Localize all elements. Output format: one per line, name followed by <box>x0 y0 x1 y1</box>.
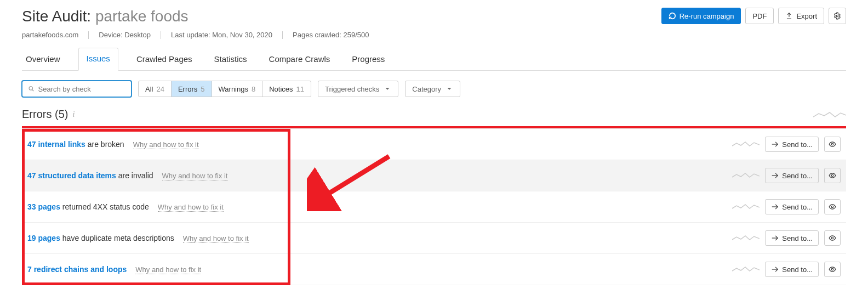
issue-desc: are invalid <box>116 171 153 180</box>
share-icon <box>771 172 779 179</box>
issue-actions: Send to... <box>732 262 841 277</box>
export-label: Export <box>796 12 817 20</box>
page-title: Site Audit: partake foods <box>22 8 189 25</box>
filter-pills: All24Errors5Warnings8Notices11 <box>138 81 311 97</box>
hide-button[interactable] <box>824 168 841 183</box>
eye-icon <box>829 203 836 211</box>
fixit-link[interactable]: Why and how to fix it <box>135 265 201 274</box>
sendto-button[interactable]: Send to... <box>765 168 819 183</box>
svg-point-4 <box>831 174 833 177</box>
svg-point-6 <box>831 237 833 239</box>
issue-link[interactable]: 47 internal links <box>27 140 85 149</box>
search-input[interactable] <box>38 85 125 93</box>
spark-icon <box>732 234 760 242</box>
hide-button[interactable] <box>824 230 841 246</box>
sendto-button[interactable]: Send to... <box>765 137 819 152</box>
tab-statistics[interactable]: Statistics <box>210 48 251 70</box>
meta-pages-crawled: Pages crawled: 259/500 <box>293 31 369 39</box>
info-icon[interactable]: i <box>72 110 75 119</box>
hide-button[interactable] <box>824 262 841 277</box>
issue-row[interactable]: 33 pages returned 4XX status codeWhy and… <box>22 191 846 223</box>
filter-pill-warnings[interactable]: Warnings8 <box>212 81 263 97</box>
hide-button[interactable] <box>824 199 841 214</box>
issue-row[interactable]: 19 pages have duplicate meta description… <box>22 223 846 254</box>
issue-actions: Send to... <box>732 199 841 214</box>
tabs: OverviewIssuesCrawled PagesStatisticsCom… <box>22 48 846 71</box>
spark-icon <box>732 172 760 179</box>
issue-text: 7 redirect chains and loopsWhy and how t… <box>27 265 201 274</box>
tab-compare-crawls[interactable]: Compare Crawls <box>265 48 334 70</box>
issue-text: 33 pages returned 4XX status codeWhy and… <box>27 202 224 212</box>
meta-last-update: Last update: Mon, Nov 30, 2020 <box>171 31 272 39</box>
spark-icon <box>732 140 760 148</box>
issue-desc: have duplicate meta descriptions <box>60 234 174 242</box>
sendto-label: Send to... <box>782 140 813 149</box>
sendto-button[interactable]: Send to... <box>765 230 819 246</box>
issue-link[interactable]: 7 redirect chains and loops <box>27 265 127 274</box>
sendto-label: Send to... <box>782 265 813 274</box>
meta-domain[interactable]: partakefoods.com <box>22 31 78 39</box>
refresh-icon <box>669 12 676 20</box>
section-title-text: Errors (5) <box>22 108 68 121</box>
tab-crawled-pages[interactable]: Crawled Pages <box>133 48 196 70</box>
sendto-button[interactable]: Send to... <box>765 199 819 214</box>
rerun-campaign-button[interactable]: Re-run campaign <box>661 8 741 24</box>
search-input-wrapper[interactable] <box>22 81 132 97</box>
pill-count: 5 <box>201 85 204 93</box>
pdf-button[interactable]: PDF <box>745 8 774 24</box>
share-icon <box>771 265 779 273</box>
issue-row[interactable]: 47 structured data items are invalidWhy … <box>22 160 846 191</box>
fixit-link[interactable]: Why and how to fix it <box>183 234 249 243</box>
triggered-checks-dropdown[interactable]: Triggered checks <box>318 81 398 97</box>
meta-device: Device: Desktop <box>99 31 151 39</box>
filter-pill-errors[interactable]: Errors5 <box>172 81 212 97</box>
export-button[interactable]: Export <box>778 8 824 24</box>
spark-icon <box>813 110 846 119</box>
title-site: partake foods <box>95 8 189 25</box>
pdf-label: PDF <box>752 12 767 20</box>
issue-text: 47 structured data items are invalidWhy … <box>27 171 228 180</box>
category-dropdown[interactable]: Category <box>405 81 460 97</box>
search-icon <box>28 85 35 93</box>
sendto-button[interactable]: Send to... <box>765 262 819 277</box>
header-actions: Re-run campaign PDF Export <box>661 8 846 24</box>
issue-row[interactable]: 47 internal links are brokenWhy and how … <box>22 129 846 160</box>
title-prefix: Site Audit: <box>22 8 95 25</box>
eye-icon <box>829 234 836 242</box>
pill-count: 11 <box>296 85 304 93</box>
issue-actions: Send to... <box>732 168 841 183</box>
hide-button[interactable] <box>824 137 841 152</box>
svg-point-1 <box>29 87 32 90</box>
sendto-label: Send to... <box>782 203 813 211</box>
issue-desc: returned 4XX status code <box>60 202 149 211</box>
fixit-link[interactable]: Why and how to fix it <box>133 140 199 149</box>
upload-icon <box>785 12 793 20</box>
fixit-link[interactable]: Why and how to fix it <box>162 172 228 180</box>
issue-actions: Send to... <box>732 230 841 246</box>
eye-icon <box>829 265 836 273</box>
issue-text: 47 internal links are brokenWhy and how … <box>27 140 199 149</box>
settings-button[interactable] <box>829 8 846 24</box>
issue-list: 47 internal links are brokenWhy and how … <box>22 128 846 285</box>
issue-link[interactable]: 33 pages <box>27 202 60 211</box>
filter-pill-notices[interactable]: Notices11 <box>262 81 311 97</box>
tab-issues[interactable]: Issues <box>78 48 118 71</box>
tab-progress[interactable]: Progress <box>348 48 389 70</box>
issue-link[interactable]: 47 structured data items <box>27 171 116 180</box>
spark-icon <box>732 265 760 273</box>
share-icon <box>771 203 779 211</box>
filter-pill-all[interactable]: All24 <box>139 81 172 97</box>
svg-point-7 <box>831 268 833 270</box>
pill-label: Errors <box>178 85 197 93</box>
issue-desc: are broken <box>85 140 124 149</box>
share-icon <box>771 234 779 242</box>
rerun-label: Re-run campaign <box>679 12 734 20</box>
pill-count: 8 <box>252 85 255 93</box>
issue-row[interactable]: 7 redirect chains and loopsWhy and how t… <box>22 254 846 285</box>
issue-link[interactable]: 19 pages <box>27 234 60 242</box>
tab-overview[interactable]: Overview <box>22 48 64 70</box>
issue-text: 19 pages have duplicate meta description… <box>27 234 249 243</box>
sendto-label: Send to... <box>782 172 813 180</box>
fixit-link[interactable]: Why and how to fix it <box>158 203 224 212</box>
toolbar: All24Errors5Warnings8Notices11 Triggered… <box>22 81 846 97</box>
